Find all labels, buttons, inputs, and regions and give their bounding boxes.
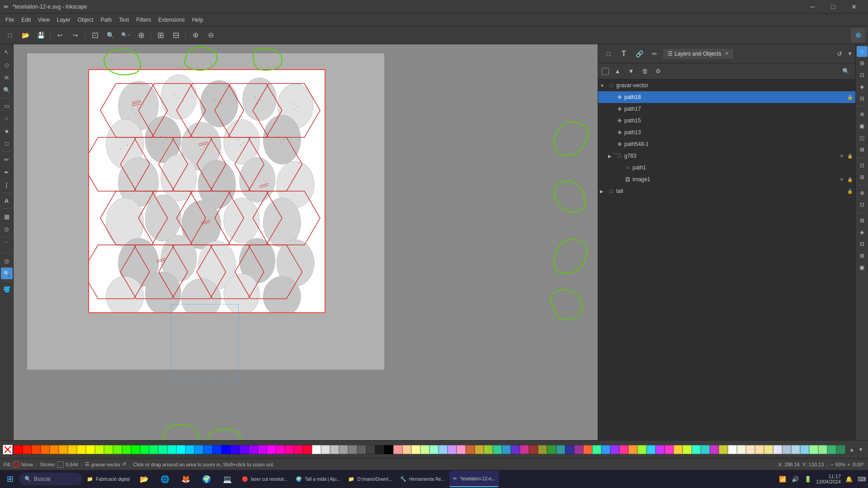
lock-icon-path18[interactable]: 🔒 (846, 94, 854, 101)
palette-swatch[interactable] (122, 445, 131, 454)
toolbar-redo[interactable]: ↪ (68, 28, 83, 42)
palette-swatch[interactable] (737, 445, 746, 454)
tool-node[interactable]: ◇ (1, 59, 13, 70)
palette-swatch[interactable] (511, 445, 520, 454)
taskbar-volume-icon[interactable]: 🔊 (791, 474, 800, 483)
palette-swatch[interactable] (782, 445, 791, 454)
palette-swatch[interactable] (800, 445, 809, 454)
palette-swatch[interactable] (23, 445, 32, 454)
palette-swatch[interactable] (339, 445, 348, 454)
palette-swatch[interactable] (185, 445, 194, 454)
taskbar-app-2[interactable]: 📂 (134, 471, 154, 487)
palette-swatch[interactable] (764, 445, 773, 454)
palette-swatch[interactable] (366, 445, 375, 454)
layers-tree[interactable]: ▼ □ gravar-vector ✤ path18 🔒 ✤ path17 (598, 80, 855, 458)
fill-swatch[interactable] (13, 461, 19, 468)
palette-swatch[interactable] (583, 445, 592, 454)
toolbar-zoom-fit[interactable]: ⊡ (88, 28, 102, 42)
menu-item-view[interactable]: View (34, 15, 53, 25)
palette-swatch[interactable] (321, 445, 330, 454)
palette-swatch[interactable] (728, 445, 737, 454)
palette-swatch[interactable] (149, 445, 158, 454)
palette-swatch[interactable] (131, 445, 140, 454)
lock-icon-g783[interactable]: 🔒 (846, 152, 854, 160)
taskbar-battery-icon[interactable]: 🔋 (803, 474, 812, 483)
snap-icon-9[interactable]: ⊠ (857, 144, 868, 155)
palette-swatch[interactable] (59, 445, 68, 454)
palette-swatch[interactable] (348, 445, 357, 454)
palette-swatch[interactable] (194, 445, 203, 454)
taskbar-clock[interactable]: 11:17 13/04/2024 (816, 474, 841, 484)
palette-swatch[interactable] (113, 445, 122, 454)
layer-row-path18[interactable]: ✤ path18 🔒 (598, 91, 855, 103)
hide-icon-image1[interactable]: 👁 (838, 176, 845, 183)
taskbar-app-firefox[interactable]: 🦊 (176, 471, 196, 487)
toolbar-undo[interactable]: ↩ (53, 28, 67, 42)
palette-swatch[interactable] (637, 445, 646, 454)
start-button[interactable]: ⊞ (2, 471, 18, 487)
palette-swatch[interactable] (240, 445, 249, 454)
taskbar-app-inkscape[interactable]: ✏ *teselation-12-e... (449, 471, 499, 487)
tool-star[interactable]: ★ (1, 125, 13, 137)
panel-more-options[interactable]: ⋮ (613, 145, 620, 163)
palette-swatch[interactable] (701, 445, 710, 454)
palette-swatch[interactable] (140, 445, 149, 454)
toolbar-save[interactable]: 💾 (33, 28, 48, 42)
palette-swatch[interactable] (448, 445, 457, 454)
palette-swatch[interactable] (565, 445, 574, 454)
palette-swatch[interactable] (276, 445, 285, 454)
snap-icon-14[interactable]: ⊞ (857, 215, 868, 226)
snap-icon-11[interactable]: ⊞ (857, 172, 868, 183)
panel-history-icon[interactable]: ↺ (833, 47, 846, 61)
tool-rect[interactable]: ▭ (1, 100, 13, 112)
menu-item-text[interactable]: Text (115, 15, 132, 25)
palette-swatch[interactable] (411, 445, 420, 454)
snap-icon-3[interactable]: ⊡ (857, 70, 868, 80)
palette-swatch[interactable] (574, 445, 583, 454)
palette-swatch[interactable] (14, 445, 23, 454)
toolbar-new[interactable]: □ (3, 28, 17, 42)
layer-row-tall[interactable]: ▶ □ tall 🔒 (598, 185, 855, 197)
layer-row-g783[interactable]: ▶ □ g783 👁 🔒 (598, 150, 855, 162)
palette-swatch[interactable] (439, 445, 448, 454)
panel-dropdown[interactable]: ▼ (848, 47, 852, 61)
palette-swatch[interactable] (294, 445, 303, 454)
tool-zoom[interactable]: 🔍 (1, 84, 13, 96)
snap-icon-4[interactable]: ◈ (857, 81, 868, 92)
maximize-button[interactable]: □ (823, 0, 844, 14)
tool-select[interactable]: ↖ (1, 46, 13, 58)
toolbar-zoom-in[interactable]: 🔍 (103, 28, 118, 42)
palette-swatch[interactable] (746, 445, 755, 454)
palette-swatch[interactable] (692, 445, 701, 454)
layer-refresh[interactable]: ↺ (122, 461, 126, 467)
palette-swatch[interactable] (493, 445, 502, 454)
palette-swatch[interactable] (466, 445, 475, 454)
palette-swatch[interactable] (619, 445, 628, 454)
canvas-area[interactable] (14, 44, 598, 458)
palette-swatch[interactable] (827, 445, 836, 454)
snap-toggle[interactable]: ⊕ (851, 28, 865, 42)
menu-item-edit[interactable]: Edit (18, 15, 34, 25)
layers-tab[interactable]: ☰ Layers and Objects ✕ (663, 49, 733, 59)
layer-row-path548-1[interactable]: ✤ path548-1 (598, 138, 855, 150)
taskbar-app-chrome[interactable]: 🌍 (197, 471, 217, 487)
toolbar-zoom-6[interactable]: ⊕ (188, 28, 203, 42)
tool-tweak[interactable]: ≋ (1, 71, 13, 83)
snap-icon-16[interactable]: ⊟ (857, 239, 868, 249)
palette-swatch[interactable] (167, 445, 176, 454)
palette-swatch[interactable] (601, 445, 610, 454)
palette-scroll-up[interactable]: ▲ (847, 446, 856, 453)
palette-swatch[interactable] (502, 445, 511, 454)
panel-edit-icon[interactable]: ✏ (648, 47, 661, 61)
palette-swatch[interactable] (755, 445, 764, 454)
menu-item-object[interactable]: Object (74, 15, 97, 25)
palette-swatch[interactable] (285, 445, 294, 454)
palette-swatch[interactable] (158, 445, 167, 454)
tool-spray[interactable]: ◎ (1, 255, 13, 267)
palette-swatch[interactable] (836, 445, 845, 454)
palette-swatch[interactable] (556, 445, 565, 454)
tool-pencil[interactable]: ✏ (1, 154, 13, 165)
palette-scroll-down[interactable]: ▼ (856, 446, 865, 453)
taskbar-network-icon[interactable]: 📶 (778, 474, 787, 483)
palette-swatch[interactable] (330, 445, 339, 454)
